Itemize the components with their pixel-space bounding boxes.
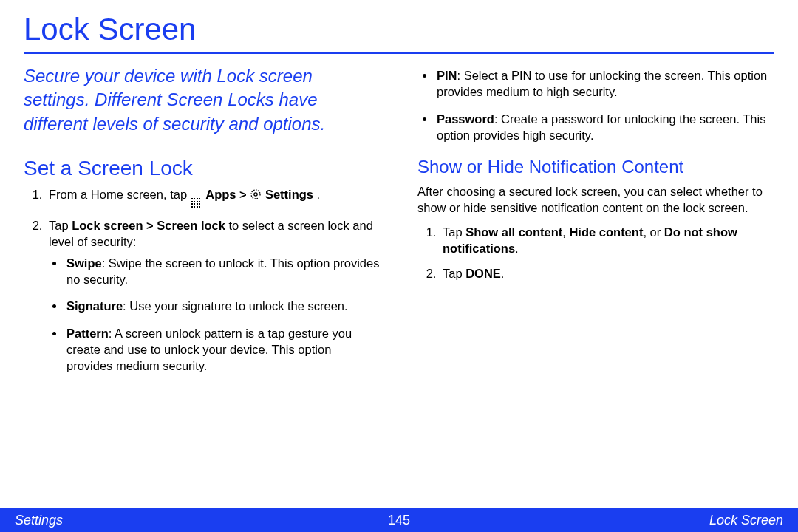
option-swipe: Swipe: Swipe the screen to unlock it. Th… (65, 255, 381, 288)
option-pattern-text: : A screen unlock pattern is a tap gestu… (66, 327, 352, 373)
set-lock-steps: From a Home screen, tap Apps > Settings … (24, 186, 381, 374)
option-pin: PIN: Select a PIN to use for unlocking t… (435, 67, 774, 100)
option-swipe-text: : Swipe the screen to unlock it. This op… (66, 256, 379, 286)
column-right: PIN: Select a PIN to use for unlocking t… (417, 64, 774, 384)
option-password-label: Password (437, 112, 494, 126)
step-2-bold: Lock screen > Screen lock (72, 219, 225, 232)
notif-step-2: Tap DONE. (440, 265, 774, 282)
section-heading-notification-content: Show or Hide Notification Content (417, 157, 774, 177)
apps-grid-icon (191, 198, 202, 208)
option-pattern-label: Pattern (66, 327, 109, 340)
step-1-text-pre: From a Home screen, tap (49, 188, 191, 201)
gt-sep: > (239, 188, 250, 201)
page-footer: Settings 145 Lock Screen (0, 508, 798, 532)
column-left: Secure your device with Lock screen sett… (24, 64, 381, 384)
ns2-post: . (501, 267, 505, 280)
lock-options-list-2: PIN: Select a PIN to use for unlocking t… (417, 67, 774, 143)
option-signature-text: : Use your signature to unlock the scree… (123, 299, 348, 313)
option-password: Password: Create a password for unlockin… (435, 111, 774, 144)
option-signature: Signature: Use your signature to unlock … (65, 298, 381, 314)
option-signature-label: Signature (66, 299, 123, 313)
step-1-text-post: . (317, 188, 321, 201)
ns1-b1: Show all content (466, 225, 562, 239)
content-columns: Secure your device with Lock screen sett… (24, 64, 774, 384)
option-swipe-label: Swipe (66, 256, 102, 270)
ns1-pre: Tap (443, 225, 466, 239)
svg-point-1 (251, 190, 260, 199)
step-2-pre: Tap (49, 219, 72, 232)
notification-intro: After choosing a secured lock screen, yo… (417, 183, 774, 216)
step-1: From a Home screen, tap Apps > Settings … (46, 186, 381, 208)
ns1-b2: Hide content (569, 225, 643, 239)
ns1-c2: , or (643, 225, 664, 239)
ns2-b: DONE (466, 267, 501, 280)
ns1-post: . (515, 242, 519, 255)
title-rule (24, 52, 774, 54)
option-pattern: Pattern: A screen unlock pattern is a ta… (65, 325, 381, 375)
page-title: Lock Screen (24, 12, 774, 47)
intro-paragraph: Secure your device with Lock screen sett… (24, 64, 381, 136)
step-2: Tap Lock screen > Screen lock to select … (46, 217, 381, 374)
page: Lock Screen Secure your device with Lock… (0, 0, 798, 532)
apps-label: Apps (205, 188, 236, 201)
option-pin-text: : Select a PIN to use for unlocking the … (437, 69, 767, 98)
settings-label: Settings (265, 188, 313, 201)
notif-step-1: Tap Show all content, Hide content, or D… (440, 224, 774, 257)
footer-left: Settings (15, 513, 63, 528)
notification-steps: Tap Show all content, Hide content, or D… (417, 224, 774, 282)
svg-point-0 (254, 193, 257, 196)
footer-right: Lock Screen (709, 513, 783, 528)
section-heading-set-screen-lock: Set a Screen Lock (24, 157, 381, 180)
ns2-pre: Tap (443, 267, 466, 280)
settings-gear-icon (250, 188, 262, 204)
lock-options-list-1: Swipe: Swipe the screen to unlock it. Th… (49, 255, 381, 375)
option-pin-label: PIN (437, 69, 457, 82)
footer-page-number: 145 (0, 513, 798, 528)
